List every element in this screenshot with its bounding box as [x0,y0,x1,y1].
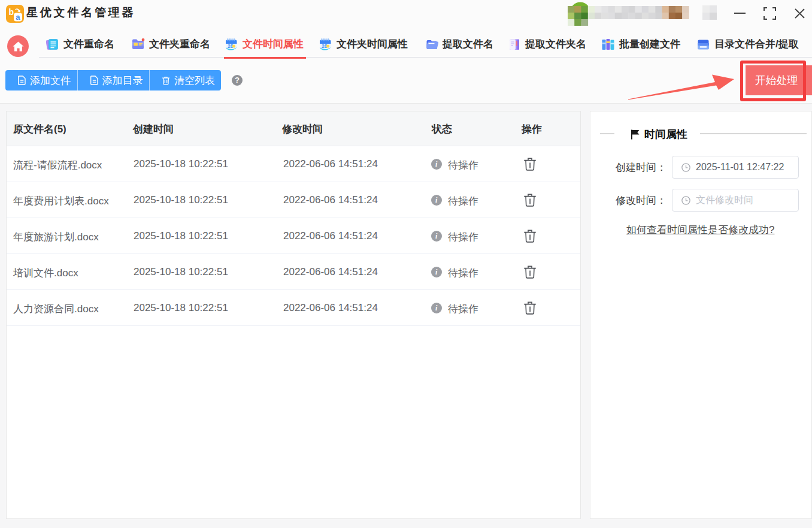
svg-text:b: b [9,7,14,17]
svg-text:a: a [16,13,20,22]
